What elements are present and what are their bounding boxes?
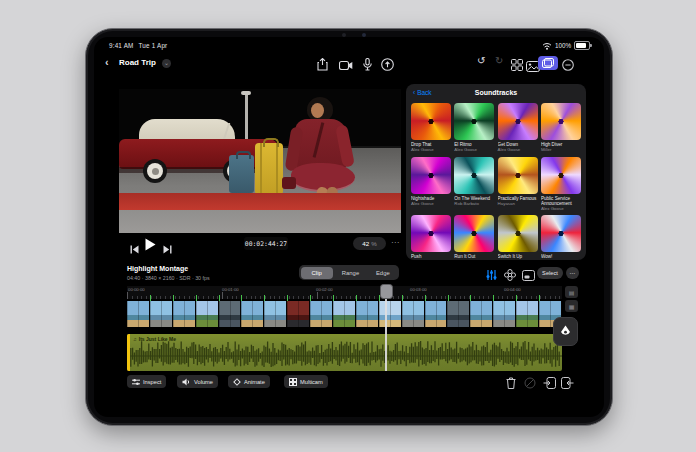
ruler-label: 00:04:00 <box>504 287 521 292</box>
status-time-date: 9:41 AMTue 1 Apr <box>109 42 172 49</box>
audio-track-clip[interactable]: ♫ Its Just Like Me <box>127 334 562 371</box>
grid-view-icon[interactable] <box>511 57 523 75</box>
soundtracks-panel: ‹ Back Soundtracks Drop ThatAlex Goose E… <box>406 84 586 260</box>
mode-clip[interactable]: Clip <box>301 267 333 279</box>
overwrite-clip-icon[interactable] <box>561 375 574 393</box>
soundtrack-artwork[interactable] <box>541 157 581 194</box>
pole-cap <box>241 91 251 95</box>
hide-browser-icon[interactable] <box>562 57 574 75</box>
soundtrack-item[interactable]: NightshadeAlex Goose <box>411 157 451 212</box>
soundtrack-item[interactable]: Switch It UpAlex Goose <box>498 215 538 260</box>
soundtrack-item[interactable]: Wow!Alex Goose <box>541 215 581 260</box>
volume-button[interactable]: Volume <box>177 375 218 388</box>
clip-trim-handle[interactable] <box>127 334 130 371</box>
car-wheel-rear <box>143 159 167 183</box>
battery-percent: 100% <box>555 42 571 49</box>
blue-suitcase <box>229 155 254 193</box>
trash-icon[interactable] <box>506 375 516 393</box>
ruler-label: 00:02:00 <box>316 287 333 292</box>
soundtrack-artwork[interactable] <box>498 215 538 252</box>
speaker-icon <box>182 378 191 386</box>
panel-title: Soundtracks <box>406 89 586 96</box>
timecode-display: 00:02:44:27 <box>244 237 288 250</box>
music-note-icon: ♫ <box>133 336 137 342</box>
pencil-tool-handle[interactable] <box>553 317 578 346</box>
status-time: 9:41 AM <box>109 42 134 49</box>
undo-icon[interactable]: ↺ <box>477 55 485 67</box>
status-date: Tue 1 Apr <box>139 42 168 49</box>
soundtrack-artwork[interactable] <box>498 157 538 194</box>
soundtrack-artwork[interactable] <box>541 215 581 252</box>
media-browser-button-active[interactable] <box>538 56 558 70</box>
viewer-more-icon[interactable]: ⋯ <box>391 238 400 247</box>
timeline-zoom-button[interactable]: ▦ <box>565 300 578 312</box>
inspect-button[interactable]: Inspect <box>127 375 166 388</box>
timeline-more-button[interactable]: ⋯ <box>566 267 579 279</box>
back-button[interactable]: ‹ <box>105 56 109 68</box>
viewer-zoom-unit: % <box>371 240 377 247</box>
soundtrack-artist: Alex Goose <box>541 206 581 211</box>
timeline-index-button[interactable]: ▤ <box>565 286 578 298</box>
soundtrack-name: Public Service Announcement <box>541 196 581 207</box>
viewer-zoom-value: 42 <box>362 240 369 247</box>
next-frame-icon[interactable] <box>163 240 172 258</box>
soundtrack-item[interactable]: Drop ThatAlex Goose <box>411 103 451 153</box>
multicam-grid-icon <box>289 378 297 386</box>
microphone-icon[interactable] <box>363 57 372 75</box>
soundtrack-item[interactable]: Get DownAlex Goose <box>498 103 538 153</box>
mode-edge[interactable]: Edge <box>367 265 399 280</box>
soundtrack-item[interactable]: On The WeekendRob Barbato <box>454 157 494 212</box>
previous-frame-icon[interactable] <box>130 240 139 258</box>
yellow-suitcase <box>255 143 283 195</box>
soundtrack-artwork[interactable] <box>454 157 494 194</box>
viewer-preview[interactable] <box>119 89 401 233</box>
timeline-appearance-icon[interactable] <box>486 267 497 285</box>
project-title-menu-icon[interactable]: ⌄ <box>162 59 171 68</box>
share-icon[interactable] <box>317 57 328 75</box>
camera-icon[interactable] <box>339 57 353 75</box>
soundtrack-item[interactable]: Practically FamousHayasan <box>498 157 538 212</box>
audio-clip-name: Its Just Like Me <box>139 336 176 342</box>
soundtrack-artist: Hayasan <box>498 201 538 206</box>
animate-button[interactable]: Animate <box>228 375 270 388</box>
insert-clip-icon[interactable] <box>543 375 556 393</box>
soundtrack-artwork[interactable] <box>411 103 451 140</box>
soundtrack-artist: Miller <box>541 147 581 152</box>
disable-clip-icon[interactable] <box>524 375 536 393</box>
soundtrack-item[interactable]: Run It OutAlex Goose <box>454 215 494 260</box>
ipad-device: 9:41 AMTue 1 Apr 100% ‹ Road Trip ⌄ <box>85 28 613 426</box>
soundtrack-item[interactable]: El RitmoAlex Goose <box>454 103 494 153</box>
overlay-clip-icon[interactable] <box>522 267 535 285</box>
viewer-zoom-control[interactable]: 42% <box>353 237 386 250</box>
soundtrack-item[interactable]: High DiverMiller <box>541 103 581 153</box>
audio-waveform <box>127 334 562 371</box>
soundtrack-artist: Rob Barbato <box>454 201 494 206</box>
selection-mode-segmented-control: Clip Range Edge <box>299 265 399 280</box>
audio-clip-label: ♫ Its Just Like Me <box>133 336 176 342</box>
video-track-filmstrip[interactable] <box>127 301 562 327</box>
soundtrack-artwork[interactable] <box>541 103 581 140</box>
soundtrack-item[interactable]: Public Service AnnouncementAlex Goose <box>541 157 581 212</box>
playhead-handle[interactable] <box>380 284 393 299</box>
media-browser-icon <box>542 58 554 68</box>
woman-face <box>311 103 324 118</box>
soundtrack-artwork[interactable] <box>454 103 494 140</box>
ruler-label: 00:00:00 <box>128 287 145 292</box>
mode-range[interactable]: Range <box>334 265 366 280</box>
soundtrack-item[interactable]: PushValentia <box>411 215 451 260</box>
app-screen: 9:41 AMTue 1 Apr 100% ‹ Road Trip ⌄ <box>94 37 604 417</box>
multicam-button[interactable]: Multicam <box>284 375 328 388</box>
soundtrack-artwork[interactable] <box>498 103 538 140</box>
sliders-icon <box>132 378 140 386</box>
project-title[interactable]: Road Trip <box>119 58 156 67</box>
redo-icon[interactable]: ↻ <box>495 55 503 67</box>
select-button[interactable]: Select <box>537 267 563 279</box>
soundtrack-artwork[interactable] <box>454 215 494 252</box>
ruler-label: 00:03:00 <box>410 287 427 292</box>
pen-nib-icon <box>560 325 571 338</box>
soundtrack-artwork[interactable] <box>411 157 451 194</box>
soundtrack-artwork[interactable] <box>411 215 451 252</box>
effects-icon[interactable] <box>504 267 516 285</box>
play-button[interactable] <box>145 237 156 255</box>
circle-arrow-icon[interactable] <box>381 57 394 75</box>
